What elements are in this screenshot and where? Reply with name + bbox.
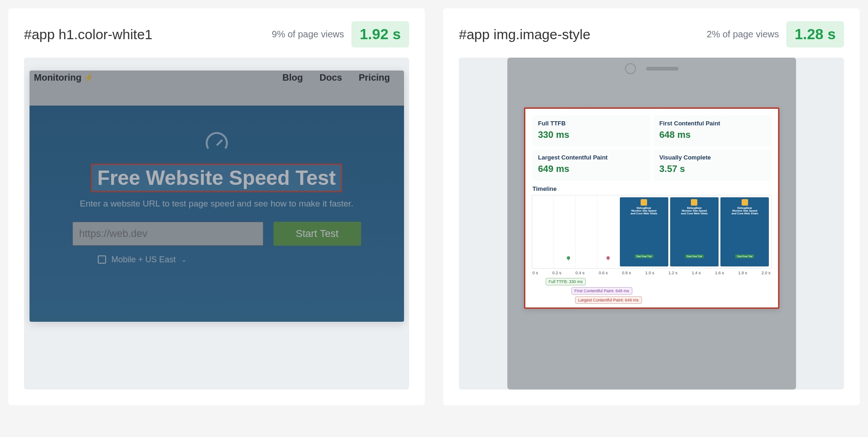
metric-value: 3.57 s — [660, 164, 765, 174]
nav-link: Blog — [282, 72, 303, 83]
timing-badge: 1.28 s — [786, 21, 844, 47]
thumb-line: and Core Web Vitals — [630, 212, 657, 215]
page-views-percent: 2% of page views — [707, 29, 779, 40]
thumb-line: and Core Web Vitals — [731, 212, 758, 215]
test-options[interactable]: Mobile + US East ⌄ — [98, 255, 187, 265]
metric-value: 649 ms — [538, 164, 644, 174]
shield-icon — [641, 199, 647, 206]
options-label: Mobile + US East — [112, 255, 176, 265]
preview-pane: Monitoring ⚡ Blog Docs Pricing — [24, 58, 409, 390]
thumb-cta: Start Free Trial — [735, 254, 754, 258]
url-input[interactable] — [72, 222, 263, 246]
tick-label: 1.6 s — [715, 271, 724, 275]
nav-brand: Monitoring — [34, 72, 82, 83]
timeline-marker-labels: Full TTFB: 330 ms First Contentful Paint… — [532, 278, 772, 304]
hero-form: Start Test — [72, 222, 361, 246]
lcp-element-card[interactable]: #app img.image-style 2% of page views 1.… — [443, 8, 860, 405]
timeline-marker-ttfb — [568, 258, 569, 260]
element-selector: #app h1.color-white1 — [24, 27, 272, 42]
speaker-icon — [646, 67, 678, 71]
preview-pane: Full TTFB 330 ms First Contentful Paint … — [459, 58, 844, 390]
bolt-icon: ⚡ — [83, 72, 94, 83]
thumb-cta: Start Free Trial — [635, 254, 654, 258]
timeline-thumb: DebugBear Monitor Site Speed and Core We… — [620, 197, 668, 266]
metric-tile: Visually Complete 3.57 s — [653, 149, 772, 181]
element-selector: #app img.image-style — [459, 27, 707, 42]
metric-tile: Full TTFB 330 ms — [532, 115, 650, 147]
metric-label: Largest Contentful Paint — [538, 154, 644, 161]
metric-label: First Contentful Paint — [660, 120, 765, 127]
metric-label: Visually Complete — [660, 154, 765, 161]
hero-title-highlighted: Free Website Speed Test — [95, 166, 339, 189]
timeline-heading: Timeline — [533, 185, 771, 192]
card-header: #app img.image-style 2% of page views 1.… — [459, 21, 844, 47]
checkbox-icon — [98, 255, 106, 264]
device-notch — [625, 63, 678, 74]
tick-label: 0 s — [533, 271, 538, 275]
lcp-element-card[interactable]: #app h1.color-white1 9% of page views 1.… — [8, 8, 425, 405]
metric-value: 330 ms — [538, 130, 644, 140]
nav-link: Docs — [320, 72, 342, 83]
tick-label: 2.0 s — [761, 271, 771, 275]
svg-line-0 — [217, 140, 222, 145]
tick-label: 1.8 s — [738, 271, 748, 275]
device-frame: Full TTFB 330 ms First Contentful Paint … — [507, 58, 796, 390]
preview-screenshot: Monitoring ⚡ Blog Docs Pricing — [30, 71, 404, 322]
thumb-cta: Start Free Trial — [685, 254, 704, 258]
tick-label: 0.4 s — [576, 271, 585, 275]
card-header: #app h1.color-white1 9% of page views 1.… — [24, 21, 409, 47]
timeline-strip: DebugBear Monitor Site Speed and Core We… — [532, 195, 772, 269]
tick-label: 1.0 s — [645, 271, 654, 275]
metrics-card-highlighted: Full TTFB 330 ms First Contentful Paint … — [524, 107, 779, 309]
timeline-thumb: DebugBear Monitor Site Speed and Core We… — [720, 197, 769, 266]
card-row: #app h1.color-white1 9% of page views 1.… — [8, 8, 860, 405]
tick-label: 1.2 s — [668, 271, 678, 275]
shield-icon — [742, 199, 748, 206]
mock-hero: Free Website Speed Test Enter a website … — [30, 106, 404, 322]
metric-label: Full TTFB — [538, 120, 644, 127]
shield-icon — [691, 199, 697, 206]
tick-label: 0.8 s — [622, 271, 631, 275]
tick-label: 0.2 s — [552, 271, 561, 275]
gauge-icon — [204, 131, 229, 158]
marker-fcp: First Contentful Paint: 648 ms — [571, 287, 633, 295]
hero-subtitle: Enter a website URL to test page speed a… — [80, 199, 353, 209]
chevron-down-icon: ⌄ — [181, 256, 187, 263]
timeline-thumbnails: DebugBear Monitor Site Speed and Core We… — [620, 197, 769, 266]
marker-lcp: Largest Contentful Paint: 649 ms — [575, 296, 642, 304]
marker-ttfb: Full TTFB: 330 ms — [546, 278, 586, 285]
timeline-ticks: 0 s 0.2 s 0.4 s 0.6 s 0.8 s 1.0 s 1.2 s … — [532, 271, 772, 275]
timeline-thumb: DebugBear Monitor Site Speed and Core We… — [670, 197, 719, 266]
timing-badge: 1.92 s — [351, 21, 409, 47]
metric-tile: Largest Contentful Paint 649 ms — [532, 149, 650, 181]
tick-label: 1.4 s — [692, 271, 701, 275]
mock-navbar: Monitoring ⚡ Blog Docs Pricing — [30, 71, 404, 106]
page-views-percent: 9% of page views — [272, 29, 344, 40]
camera-icon — [625, 63, 636, 74]
timeline-marker-lcp — [608, 258, 608, 260]
hero-title-text: Free Website Speed Test — [97, 166, 336, 189]
nav-link: Pricing — [359, 72, 390, 83]
tick-label: 0.6 s — [599, 271, 608, 275]
metric-tile: First Contentful Paint 648 ms — [653, 115, 772, 147]
metric-value: 648 ms — [660, 130, 765, 140]
start-test-button[interactable]: Start Test — [273, 222, 361, 246]
thumb-line: and Core Web Vitals — [681, 212, 708, 215]
metrics-grid: Full TTFB 330 ms First Contentful Paint … — [532, 115, 772, 181]
